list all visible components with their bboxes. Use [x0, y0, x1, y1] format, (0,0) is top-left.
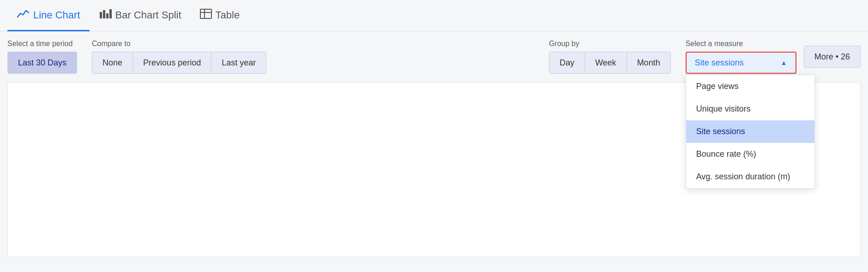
table-icon [200, 9, 212, 22]
tab-bar-chart-split-label: Bar Chart Split [115, 9, 181, 21]
time-period-group: Select a time period Last 30 Days [7, 40, 77, 74]
tab-table-label: Table [216, 9, 240, 21]
day-button[interactable]: Day [549, 52, 585, 74]
dropdown-item-bounce-rate[interactable]: Bounce rate (%) [686, 143, 814, 166]
svg-rect-3 [109, 9, 112, 18]
none-button[interactable]: None [92, 52, 133, 74]
time-period-btn-group: Last 30 Days [7, 52, 77, 74]
tab-bar-chart-split[interactable]: Bar Chart Split [90, 0, 191, 31]
measure-wrapper: Site sessions ▲ Page views Unique visito… [686, 52, 796, 74]
measure-button[interactable]: Site sessions ▲ [686, 52, 796, 74]
last-30-days-button[interactable]: Last 30 Days [7, 52, 77, 74]
week-button[interactable]: Week [585, 52, 627, 74]
compare-to-btn-group: None Previous period Last year [92, 52, 266, 74]
bar-chart-split-icon [99, 8, 112, 22]
svg-rect-2 [106, 13, 108, 18]
group-by-group: Group by Day Week Month [549, 40, 671, 74]
tab-bar: Line Chart Bar Chart Split Table [0, 0, 868, 31]
previous-period-button[interactable]: Previous period [133, 52, 211, 74]
tab-line-chart[interactable]: Line Chart [7, 0, 90, 31]
month-button[interactable]: Month [627, 52, 671, 74]
dropdown-item-site-sessions[interactable]: Site sessions [686, 120, 814, 143]
compare-to-group: Compare to None Previous period Last yea… [92, 40, 266, 74]
tab-table[interactable]: Table [191, 0, 249, 31]
svg-rect-1 [103, 10, 105, 18]
chevron-up-icon: ▲ [781, 59, 787, 66]
dropdown-item-page-views[interactable]: Page views [686, 75, 814, 98]
measure-label: Select a measure [686, 40, 796, 48]
more-button[interactable]: More • 26 [804, 46, 861, 68]
line-chart-icon [17, 9, 30, 22]
group-by-btn-group: Day Week Month [549, 52, 671, 74]
compare-to-label: Compare to [92, 40, 266, 48]
dropdown-item-unique-visitors[interactable]: Unique visitors [686, 98, 814, 120]
measure-selected-label: Site sessions [695, 58, 744, 68]
dropdown-item-avg-session-duration[interactable]: Avg. session duration (m) [686, 166, 814, 188]
last-year-button[interactable]: Last year [211, 52, 266, 74]
svg-rect-4 [200, 9, 211, 18]
svg-rect-0 [100, 12, 102, 18]
measure-group: Select a measure Site sessions ▲ Page vi… [686, 40, 796, 74]
measure-dropdown: Page views Unique visitors Site sessions… [686, 75, 815, 189]
tab-line-chart-label: Line Chart [33, 9, 80, 21]
controls-bar: Select a time period Last 30 Days Compar… [0, 31, 868, 82]
group-by-label: Group by [549, 40, 671, 48]
time-period-label: Select a time period [7, 40, 77, 48]
